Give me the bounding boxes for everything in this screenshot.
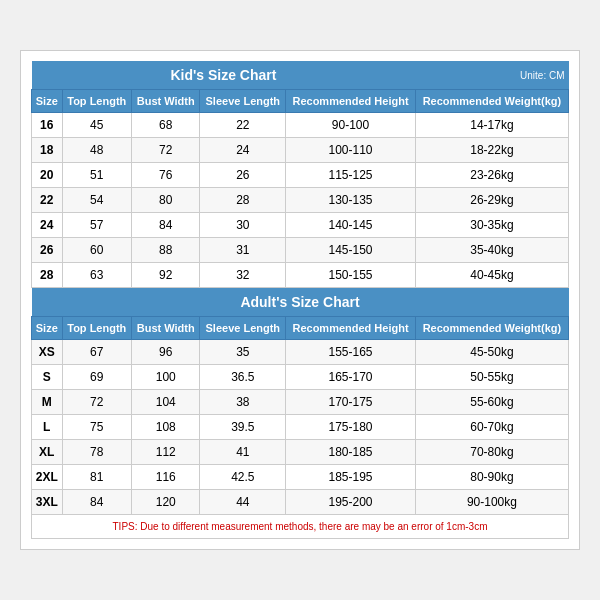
adult-row-m: M 72 104 38 170-175 55-60kg xyxy=(32,390,569,415)
chart-container: Kid's Size Chart Unite: CM Size Top Leng… xyxy=(20,50,580,550)
adult-row-xl: XL 78 112 41 180-185 70-80kg xyxy=(32,440,569,465)
kids-header-top-length: Top Length xyxy=(62,90,132,113)
tips-row: TIPS: Due to different measurement metho… xyxy=(32,515,569,539)
adult-title: Adult's Size Chart xyxy=(32,288,569,317)
adult-col-header: Size Top Length Bust Width Sleeve Length… xyxy=(32,317,569,340)
adult-header-bust-width: Bust Width xyxy=(132,317,200,340)
adult-row-2xl: 2XL 81 116 42.5 185-195 80-90kg xyxy=(32,465,569,490)
kids-row-22: 22 54 80 28 130-135 26-29kg xyxy=(32,188,569,213)
kids-row-24: 24 57 84 30 140-145 30-35kg xyxy=(32,213,569,238)
kids-unit: Unite: CM xyxy=(415,61,568,90)
adult-header-sleeve-length: Sleeve Length xyxy=(200,317,286,340)
kids-header-rec-weight: Recommended Weight(kg) xyxy=(415,90,568,113)
kids-row-28: 28 63 92 32 150-155 40-45kg xyxy=(32,263,569,288)
adult-row-l: L 75 108 39.5 175-180 60-70kg xyxy=(32,415,569,440)
adult-row-3xl: 3XL 84 120 44 195-200 90-100kg xyxy=(32,490,569,515)
kids-header-size: Size xyxy=(32,90,63,113)
adult-row-s: S 69 100 36.5 165-170 50-55kg xyxy=(32,365,569,390)
kids-header-rec-height: Recommended Height xyxy=(286,90,416,113)
tips-text: TIPS: Due to different measurement metho… xyxy=(32,515,569,539)
kids-row-16: 16 45 68 22 90-100 14-17kg xyxy=(32,113,569,138)
kids-header-bust-width: Bust Width xyxy=(132,90,200,113)
adult-header-top-length: Top Length xyxy=(62,317,132,340)
kids-row-20: 20 51 76 26 115-125 23-26kg xyxy=(32,163,569,188)
kids-table: Kid's Size Chart Unite: CM Size Top Leng… xyxy=(31,61,569,539)
kids-col-header: Size Top Length Bust Width Sleeve Length… xyxy=(32,90,569,113)
adult-section-header: Adult's Size Chart xyxy=(32,288,569,317)
kids-row-18: 18 48 72 24 100-110 18-22kg xyxy=(32,138,569,163)
kids-title: Kid's Size Chart xyxy=(32,61,416,90)
kids-row-26: 26 60 88 31 145-150 35-40kg xyxy=(32,238,569,263)
adult-header-rec-weight: Recommended Weight(kg) xyxy=(415,317,568,340)
adult-header-size: Size xyxy=(32,317,63,340)
adult-row-xs: XS 67 96 35 155-165 45-50kg xyxy=(32,340,569,365)
adult-header-rec-height: Recommended Height xyxy=(286,317,416,340)
kids-section-header: Kid's Size Chart Unite: CM xyxy=(32,61,569,90)
kids-header-sleeve-length: Sleeve Length xyxy=(200,90,286,113)
